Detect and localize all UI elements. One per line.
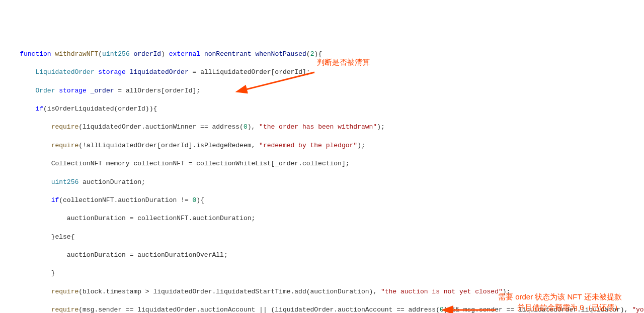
annotation-line: 需要 order 状态为该 NFT 还未被提款 xyxy=(498,291,622,302)
code-line: if(isOrderLiquidated(orderId)){ xyxy=(0,105,644,114)
code-line: LiquidatedOrder storage liquidatedOrder … xyxy=(0,68,644,77)
code-line: require(liquidatedOrder.auctionWinner ==… xyxy=(0,123,644,132)
code-line: uint256 auctionDuration; xyxy=(0,178,644,187)
code-line: auctionDuration = auctionDurationOverAll… xyxy=(0,251,644,260)
code-line: require(!allLiquidatedOrder[orderId].isP… xyxy=(0,141,644,150)
annotation-order-state-check: 需要 order 状态为该 NFT 还未被提款 并且借款金额需为 0（已还债） xyxy=(498,291,622,312)
code-line: Order storage _order = allOrders[orderId… xyxy=(0,86,644,95)
arrow-icon xyxy=(242,61,317,103)
annotation-line: 并且借款金额需为 0（已还债） xyxy=(498,302,622,312)
code-line: if(collectionNFT.auctionDuration != 0){ xyxy=(0,196,644,205)
annotation-liquidation-check: 判断是否被清算 xyxy=(317,57,370,67)
code-line: }else{ xyxy=(0,233,644,242)
code-block: function withdrawNFT(uint256 orderId) ex… xyxy=(0,41,644,313)
code-line: } xyxy=(0,269,644,278)
code-line: CollectionNFT memory collectionNFT = col… xyxy=(0,159,644,168)
code-line: auctionDuration = collectionNFT.auctionD… xyxy=(0,214,644,223)
